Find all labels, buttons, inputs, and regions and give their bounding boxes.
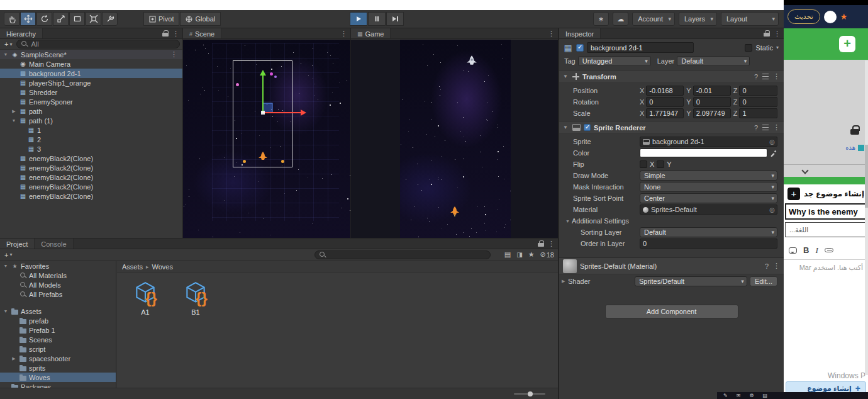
project-search-input[interactable] [314, 250, 491, 259]
menu-item[interactable] [34, 4, 45, 6]
game-viewport[interactable] [351, 40, 558, 238]
tag-dropdown[interactable]: Untagged [578, 56, 651, 66]
pen-icon[interactable]: ✎ [723, 393, 728, 398]
move-tool-button[interactable] [20, 12, 36, 26]
project-add-button[interactable]: +▾ [3, 251, 14, 259]
hierarchy-item[interactable]: enemyBlack2(Clone) [0, 154, 182, 163]
expand-arrow-icon[interactable]: ▼ [3, 264, 9, 268]
quote-icon[interactable] [789, 247, 797, 254]
rect-tool-button[interactable] [69, 12, 85, 26]
folder-item[interactable]: All Prefabs [0, 289, 116, 299]
menu-item[interactable] [57, 4, 68, 6]
x-field[interactable]: -0.0168 [646, 86, 684, 96]
hierarchy-item[interactable]: EnemySponer [0, 97, 182, 106]
expand-arrow-icon[interactable]: ▶ [11, 109, 17, 114]
panel-menu-icon[interactable]: ⋮ [340, 30, 347, 38]
object-picker-icon[interactable]: ◎ [769, 138, 775, 145]
editor-textarea[interactable]: أكتب هنا. استخدم Mar [784, 260, 868, 354]
account-dropdown[interactable]: Account [632, 12, 675, 26]
step-button[interactable] [386, 12, 404, 26]
tab-console[interactable]: Console [35, 239, 73, 249]
z-field[interactable]: 0 [739, 86, 777, 96]
menu-item[interactable] [68, 4, 79, 6]
label-icon[interactable]: ◨ [516, 251, 522, 258]
menu-item[interactable] [11, 4, 23, 6]
material-header[interactable]: Sprites-Default (Material) ?⋮ [559, 258, 784, 274]
thumbnail-size-slider[interactable] [514, 393, 545, 395]
folder-item[interactable]: Scenes [0, 335, 116, 344]
panel-menu-icon[interactable]: ⋮ [774, 30, 781, 38]
player-ship-sprite[interactable] [258, 152, 268, 160]
bold-button[interactable]: B [803, 245, 809, 255]
expand-arrow-icon[interactable]: ▼ [3, 52, 9, 57]
refresh-button[interactable]: تحديث [787, 9, 820, 24]
folder-item[interactable] [0, 299, 116, 306]
pause-button[interactable] [368, 12, 386, 26]
topic-title-input[interactable]: Why is the enemy [785, 203, 867, 220]
material-object-field[interactable]: Sprites-Default ◎ [640, 205, 777, 215]
foldout-arrow-icon[interactable]: ▼ [563, 125, 569, 130]
folder-item[interactable]: sprits [0, 363, 116, 373]
transform-gizmo[interactable] [183, 40, 350, 226]
help-icon[interactable]: ? [765, 262, 769, 270]
sort-point-dropdown[interactable]: Center [640, 193, 777, 203]
breadcrumb-root[interactable]: Assets [122, 263, 143, 271]
tab-project[interactable]: Project [0, 239, 35, 249]
folder-item[interactable]: Prefab 1 [0, 325, 116, 335]
component-enabled-checkbox[interactable] [584, 124, 591, 131]
sprite-object-field[interactable]: background 2d-1 ◎ [640, 137, 777, 147]
z-field[interactable]: 0 [739, 97, 777, 107]
folder-item[interactable]: All Models [0, 280, 116, 289]
y-field[interactable]: 0 [693, 97, 731, 107]
presets-icon[interactable] [762, 125, 769, 130]
help-icon[interactable]: ? [754, 124, 758, 132]
hierarchy-item[interactable]: ▼ path (1) [0, 116, 182, 125]
hierarchy-item[interactable]: enemyBlack2(Clone) [0, 191, 182, 201]
tab-game[interactable]: ▦Game [351, 28, 391, 38]
hierarchy-search-input[interactable]: All [16, 40, 180, 48]
hierarchy-item[interactable]: 1 [0, 125, 182, 135]
lock-icon[interactable] [538, 240, 544, 247]
hierarchy-item[interactable]: Shredder [0, 87, 182, 97]
scene-viewport[interactable] [183, 40, 350, 238]
component-menu-icon[interactable]: ⋮ [773, 72, 780, 81]
sprite-renderer-header[interactable]: ▼ Sprite Renderer ?⋮ [559, 121, 784, 134]
link-icon[interactable] [825, 248, 833, 252]
static-dropdown-icon[interactable]: ▾ [776, 45, 779, 50]
cloud-button[interactable]: ☁ [613, 12, 628, 26]
y-field[interactable]: 2.097749 [693, 108, 731, 118]
static-checkbox[interactable] [745, 44, 752, 52]
scale-tool-button[interactable] [53, 12, 69, 26]
hierarchy-item[interactable]: Main Camera [0, 59, 182, 69]
eyedropper-icon[interactable] [770, 149, 777, 157]
chevron-down-icon[interactable] [801, 167, 808, 174]
grid-icon[interactable]: ▤ [763, 393, 768, 398]
hidden-count-badge[interactable]: ⊘18 [540, 250, 554, 259]
menu-item[interactable] [0, 4, 11, 6]
layout-dropdown[interactable]: Layout [721, 12, 779, 26]
additional-settings-foldout[interactable]: ▼ Additional Settings [559, 215, 784, 227]
panel-menu-icon[interactable]: ⋮ [172, 30, 179, 38]
sorting-layer-dropdown[interactable]: Default [640, 227, 777, 237]
panel-menu-icon[interactable]: ⋮ [548, 30, 555, 38]
folder-item[interactable]: All Materials [0, 271, 116, 280]
hierarchy-item[interactable]: enemyBlack2(Clone) [0, 182, 182, 191]
z-field[interactable]: 1 [739, 108, 777, 118]
panel-menu-icon[interactable]: ⋮ [548, 240, 555, 248]
flip-y-checkbox[interactable] [657, 160, 664, 168]
category-tag[interactable]: هذه [845, 144, 864, 151]
asset-item[interactable]: {} A1 [126, 280, 165, 316]
tab-scene[interactable]: #Scene [183, 28, 221, 38]
draw-mode-dropdown[interactable]: Simple [640, 171, 777, 181]
edit-shader-button[interactable]: Edit... [750, 276, 777, 286]
hierarchy-item[interactable]: ▼ SampleScene* [0, 50, 182, 59]
hierarchy-add-button[interactable]: +▾ [3, 40, 14, 48]
hierarchy-item[interactable]: playerShip1_orange [0, 78, 182, 87]
help-icon[interactable]: ? [754, 73, 758, 81]
folder-item[interactable]: script [0, 344, 116, 354]
menu-item[interactable] [45, 4, 57, 6]
hierarchy-item[interactable]: ▶ path [0, 106, 182, 116]
folder-item[interactable]: ▼ Favorites [0, 261, 116, 271]
hierarchy-item[interactable]: background 2d-1 [0, 69, 182, 78]
color-swatch[interactable] [640, 149, 767, 157]
